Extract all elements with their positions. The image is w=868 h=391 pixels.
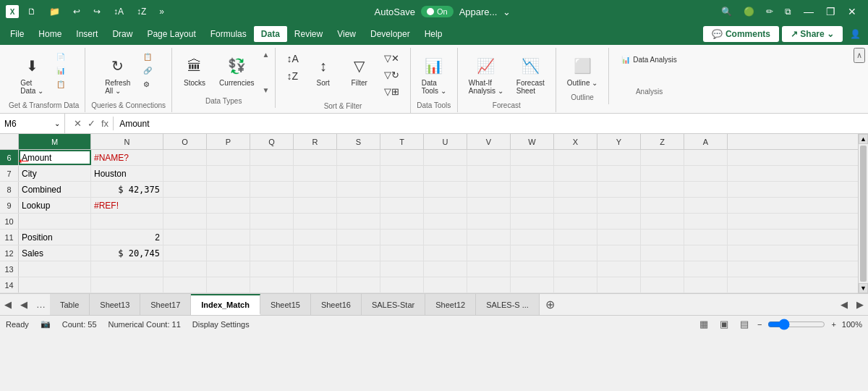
maximize-btn[interactable]: ❐: [820, 1, 841, 22]
zoom-plus[interactable]: +: [831, 320, 835, 329]
cell-Z7[interactable]: [641, 166, 684, 181]
reapply-btn[interactable]: ▽↻: [379, 67, 404, 83]
cell-X9[interactable]: [554, 198, 597, 213]
cell-U9[interactable]: [424, 198, 467, 213]
cell-U7[interactable]: [424, 166, 467, 181]
row-header-9[interactable]: 9: [0, 198, 19, 213]
cell-R13[interactable]: [294, 261, 337, 277]
menu-formulas[interactable]: Formulas: [203, 26, 254, 42]
formula-insert-btn[interactable]: fx: [100, 117, 110, 130]
data-analysis-button[interactable]: 📊 Data Analysis: [615, 51, 684, 69]
cell-Q7[interactable]: [250, 166, 294, 181]
menu-page-layout[interactable]: Page Layout: [140, 26, 203, 42]
more-commands-btn[interactable]: »: [155, 5, 169, 18]
queries-btn[interactable]: 📋: [138, 51, 157, 63]
cell-Z9[interactable]: [641, 198, 684, 213]
cell-N8[interactable]: $ 42,375: [91, 182, 163, 197]
cell-X13[interactable]: [554, 261, 597, 277]
cell-O7[interactable]: [163, 166, 207, 181]
excel-logo-btn[interactable]: 🟢: [739, 5, 759, 18]
cell-A26[interactable]: [684, 150, 728, 165]
sheet-tab-Table[interactable]: Table: [50, 294, 90, 315]
menu-insert[interactable]: Insert: [69, 26, 105, 42]
cell-X8[interactable]: [554, 182, 597, 197]
cell-A29[interactable]: [684, 198, 728, 213]
cell-X11[interactable]: [554, 230, 597, 245]
cell-P12[interactable]: [207, 245, 250, 261]
cell-S10[interactable]: [337, 214, 380, 229]
undo-btn[interactable]: ↩: [69, 5, 85, 18]
cell-S9[interactable]: [337, 198, 380, 213]
formula-confirm-btn[interactable]: ✓: [86, 117, 97, 130]
zoom-slider[interactable]: [767, 319, 825, 330]
get-data-button[interactable]: ⬇ GetData ⌄: [15, 51, 48, 98]
cell-M10[interactable]: [19, 214, 91, 229]
cell-T7[interactable]: [380, 166, 424, 181]
cell-P7[interactable]: [207, 166, 250, 181]
cell-M7[interactable]: City: [19, 166, 91, 181]
forecast-sheet-button[interactable]: 📉 ForecastSheet: [511, 51, 550, 98]
scroll-thumb[interactable]: [860, 146, 867, 282]
cell-V11[interactable]: [467, 230, 511, 245]
cell-U8[interactable]: [424, 182, 467, 197]
sheet-tab-Sheet12[interactable]: Sheet12: [425, 294, 476, 315]
cell-P14[interactable]: [207, 277, 250, 293]
col-header-U[interactable]: U: [424, 134, 467, 149]
select-all-btn[interactable]: [0, 134, 19, 149]
col-header-X[interactable]: X: [554, 134, 597, 149]
redo-btn[interactable]: ↪: [89, 5, 105, 18]
cell-V6[interactable]: [467, 150, 511, 165]
scroll-down-btn[interactable]: ▼: [859, 283, 868, 293]
vertical-scrollbar[interactable]: ▲ ▼: [858, 134, 868, 293]
menu-data[interactable]: Data: [254, 26, 287, 42]
cell-X14[interactable]: [554, 277, 597, 293]
cell-R14[interactable]: [294, 277, 337, 293]
cell-O9[interactable]: [163, 198, 207, 213]
cell-P6[interactable]: [207, 150, 250, 165]
col-header-T[interactable]: T: [380, 134, 424, 149]
cell-S13[interactable]: [337, 261, 380, 277]
menu-file[interactable]: File: [3, 26, 31, 42]
cell-P10[interactable]: [207, 214, 250, 229]
cell-Y9[interactable]: [597, 198, 641, 213]
share-button[interactable]: ↗ Share ⌄: [782, 26, 843, 42]
cell-U11[interactable]: [424, 230, 467, 245]
cell-R7[interactable]: [294, 166, 337, 181]
cell-Y10[interactable]: [597, 214, 641, 229]
cell-N13[interactable]: [91, 261, 163, 277]
cell-O6[interactable]: [163, 150, 207, 165]
tab-nav-prev[interactable]: ◀: [16, 296, 32, 313]
cell-Q10[interactable]: [250, 214, 294, 229]
cell-R9[interactable]: [294, 198, 337, 213]
cell-W7[interactable]: [511, 166, 554, 181]
menu-review[interactable]: Review: [287, 26, 330, 42]
what-if-button[interactable]: 📈 What-IfAnalysis ⌄: [464, 51, 509, 98]
cell-M14[interactable]: [19, 277, 91, 293]
cell-O13[interactable]: [163, 261, 207, 277]
dropdown-arrow[interactable]: ⌄: [503, 7, 511, 17]
col-header-Q[interactable]: Q: [250, 134, 294, 149]
cell-W9[interactable]: [511, 198, 554, 213]
name-box[interactable]: M6 ⌄: [0, 114, 65, 133]
cell-T8[interactable]: [380, 182, 424, 197]
col-header-V[interactable]: V: [467, 134, 511, 149]
add-sheet-button[interactable]: ⊕: [540, 295, 561, 314]
sort-za-small-btn[interactable]: ↕Z: [281, 68, 303, 84]
cell-A214[interactable]: [684, 277, 728, 293]
cell-W11[interactable]: [511, 230, 554, 245]
col-header-S[interactable]: S: [337, 134, 380, 149]
tab-scroll-left[interactable]: ◀: [836, 296, 852, 313]
cell-S7[interactable]: [337, 166, 380, 181]
autosave-toggle[interactable]: On: [421, 6, 454, 17]
cell-P8[interactable]: [207, 182, 250, 197]
cell-T13[interactable]: [380, 261, 424, 277]
data-tools-button[interactable]: 📊 DataTools ⌄: [417, 51, 451, 98]
cell-Y14[interactable]: [597, 277, 641, 293]
col-header-A2[interactable]: A: [684, 134, 728, 149]
cell-V12[interactable]: [467, 245, 511, 261]
cell-U6[interactable]: [424, 150, 467, 165]
cell-M11[interactable]: Position: [19, 230, 91, 245]
cell-P9[interactable]: [207, 198, 250, 213]
cell-M13[interactable]: [19, 261, 91, 277]
cell-V9[interactable]: [467, 198, 511, 213]
